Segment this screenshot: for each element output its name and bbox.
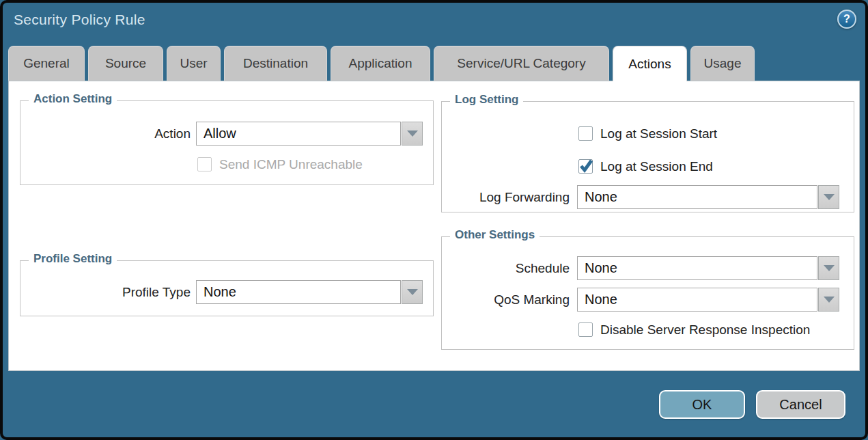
security-policy-rule-dialog: Security Policy Rule ? General Source Us… (0, 0, 868, 440)
ok-button[interactable]: OK (659, 390, 745, 419)
schedule-dropdown-value[interactable]: None (577, 256, 817, 280)
qos-marking-dropdown-button[interactable] (818, 288, 839, 312)
disable-server-response-inspection-checkbox[interactable] (578, 322, 593, 337)
log-at-session-start-label[interactable]: Log at Session Start (600, 126, 717, 142)
group-title: Action Setting (29, 92, 117, 106)
tab-user[interactable]: User (167, 46, 221, 81)
tab-source[interactable]: Source (88, 46, 163, 81)
tab-actions[interactable]: Actions (613, 46, 687, 81)
action-dropdown[interactable]: Allow (196, 122, 423, 146)
action-label: Action (34, 122, 191, 146)
dialog-title: Security Policy Rule (14, 12, 145, 28)
log-at-session-end-checkbox[interactable] (578, 159, 593, 174)
schedule-label: Schedule (442, 256, 570, 280)
tab-general[interactable]: General (8, 46, 85, 81)
qos-marking-dropdown[interactable]: None (577, 288, 839, 312)
chevron-down-icon (824, 194, 835, 200)
checkmark-icon (578, 158, 594, 176)
disable-server-response-inspection-label[interactable]: Disable Server Response Inspection (600, 322, 810, 338)
log-forwarding-dropdown-button[interactable] (818, 185, 839, 209)
schedule-dropdown-button[interactable] (818, 256, 839, 280)
schedule-dropdown[interactable]: None (577, 256, 839, 280)
send-icmp-unreachable-checkbox (197, 157, 212, 171)
group-title: Profile Setting (29, 252, 117, 266)
chevron-down-icon (407, 130, 418, 137)
action-setting-group: Action Setting Action Allow Send ICMP Un… (20, 100, 434, 185)
log-forwarding-label: Log Forwarding (442, 185, 570, 209)
log-at-session-end-label[interactable]: Log at Session End (600, 159, 713, 175)
chevron-down-icon (824, 265, 835, 271)
log-at-session-start-checkbox[interactable] (578, 126, 593, 141)
log-setting-group: Log Setting Log at Session Start Log at … (441, 101, 854, 212)
tab-application[interactable]: Application (331, 46, 430, 81)
cancel-button[interactable]: Cancel (756, 390, 845, 419)
log-forwarding-dropdown-value[interactable]: None (577, 185, 817, 209)
group-title: Other Settings (450, 228, 540, 242)
profile-type-dropdown[interactable]: None (196, 280, 423, 304)
action-dropdown-button[interactable] (402, 122, 423, 146)
profile-type-label: Profile Type (34, 280, 191, 304)
qos-marking-dropdown-value[interactable]: None (577, 288, 817, 312)
qos-marking-label: QoS Marking (442, 288, 570, 312)
chevron-down-icon (824, 297, 835, 303)
log-forwarding-dropdown[interactable]: None (577, 185, 839, 209)
profile-type-dropdown-button[interactable] (402, 280, 423, 304)
chevron-down-icon (407, 289, 418, 295)
tab-bar: General Source User Destination Applicat… (8, 46, 755, 81)
profile-type-dropdown-value[interactable]: None (196, 280, 401, 304)
help-icon[interactable]: ? (837, 10, 856, 29)
tab-destination[interactable]: Destination (224, 46, 327, 81)
action-dropdown-value[interactable]: Allow (196, 122, 401, 146)
other-settings-group: Other Settings Schedule None QoS Marking… (441, 236, 854, 350)
tab-content-panel: Action Setting Action Allow Send ICMP Un… (8, 81, 860, 371)
group-title: Log Setting (450, 93, 523, 107)
tab-usage[interactable]: Usage (690, 46, 755, 81)
tab-service-url-category[interactable]: Service/URL Category (434, 46, 609, 81)
send-icmp-unreachable-label: Send ICMP Unreachable (219, 156, 363, 173)
profile-setting-group: Profile Setting Profile Type None (20, 260, 434, 316)
